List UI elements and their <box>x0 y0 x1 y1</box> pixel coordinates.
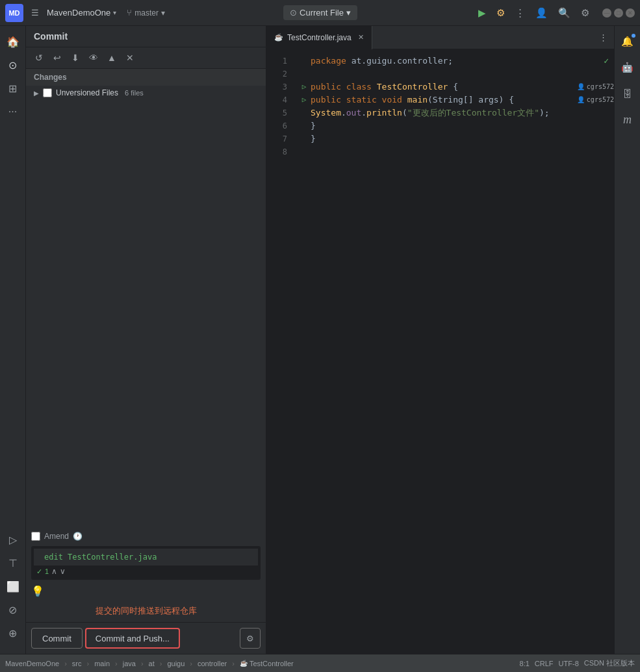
close-changes-button[interactable]: ✕ <box>122 50 138 66</box>
statusbar-main[interactable]: main <box>94 660 110 667</box>
sidebar-icon-home[interactable]: 🏠 <box>3 31 23 52</box>
branch-icon: ⑂ <box>127 8 132 18</box>
build-button[interactable]: ⚙ <box>494 5 507 21</box>
statusbar-charset[interactable]: UTF-8 <box>559 660 579 667</box>
sidebar-icon-problems[interactable]: ⊘ <box>3 599 23 620</box>
amend-checkbox[interactable] <box>31 532 40 541</box>
code-text-5: System.out.println("更改后的TestController文件… <box>311 106 614 119</box>
download-button[interactable]: ⬇ <box>68 50 83 66</box>
statusbar-at[interactable]: at <box>149 660 155 667</box>
code-line-4: ▷ public static void main(String[] args)… <box>292 93 614 106</box>
commit-buttons: Commit Commit and Push... ⚙ <box>26 622 266 654</box>
hamburger-menu[interactable]: ☰ <box>29 5 42 20</box>
right-sidebar: 🔔 🤖 🗄 m <box>614 26 640 654</box>
sidebar-icon-run[interactable]: ▷ <box>3 529 23 550</box>
line-num-5: 5 <box>283 106 287 119</box>
commit-toolbar: ↺ ↩ ⬇ 👁 ▲ ✕ <box>26 47 266 69</box>
commit-button[interactable]: Commit <box>31 628 83 649</box>
code-text-1: package at.guigu.controller; <box>311 55 614 68</box>
unversioned-files-item[interactable]: ▶ Unversioned Files 6 files <box>26 86 266 100</box>
statusbar-java[interactable]: java <box>123 660 136 667</box>
line-numbers: 1 2 3 4 5 6 7 8 <box>266 49 292 654</box>
commit-settings-button[interactable]: ⚙ <box>240 628 261 649</box>
line-num-1: 1 <box>283 55 287 68</box>
undo-button[interactable]: ↩ <box>49 50 65 66</box>
nav-down-btn[interactable]: ∨ <box>60 567 66 576</box>
statusbar-context[interactable]: CSDN 社区版本 <box>584 658 635 668</box>
database-icon[interactable]: 🗄 <box>617 83 638 104</box>
notifications-icon[interactable]: 🔔 <box>617 31 638 52</box>
amend-row: Amend 🕐 <box>26 529 266 543</box>
ai-assistant-icon[interactable]: 🤖 <box>617 57 638 78</box>
sidebar-icon-more[interactable]: ··· <box>3 101 23 122</box>
commit-message-input[interactable] <box>39 550 253 564</box>
more-button[interactable]: ⋮ <box>513 5 528 21</box>
code-line-1: package at.guigu.controller; ✓ <box>292 55 614 68</box>
run-config-selector[interactable]: ⊙ Current File ▾ <box>283 5 357 20</box>
code-text-7: } <box>311 132 614 145</box>
commit-and-push-button[interactable]: Commit and Push... <box>85 628 180 649</box>
left-icon-sidebar: 🏠 ⊙ ⊞ ··· ▷ ⊤ ⬜ ⊘ ⊕ <box>0 26 26 654</box>
statusbar-controller[interactable]: controller <box>198 660 227 667</box>
code-line-5: System.out.println("更改后的TestController文件… <box>292 106 614 119</box>
editor-tabs: ☕ TestController.java ✕ ⋮ <box>266 26 614 49</box>
commit-panel-spacer <box>26 100 266 529</box>
statusbar-crlf[interactable]: CRLF <box>535 660 554 667</box>
statusbar-src[interactable]: src <box>72 660 82 667</box>
settings-button[interactable]: ⚙ <box>578 5 592 21</box>
up-button[interactable]: ▲ <box>104 50 120 66</box>
profile-button[interactable]: 👤 <box>533 5 550 21</box>
gradle-m-icon: m <box>623 113 632 127</box>
nav-up-btn[interactable]: ∧ <box>51 567 57 576</box>
editor-area: ☕ TestController.java ✕ ⋮ 1 2 3 4 5 6 7 … <box>266 26 614 654</box>
amend-clock-icon: 🕐 <box>73 532 83 541</box>
code-text-6: } <box>311 119 614 132</box>
unversioned-files-checkbox[interactable] <box>43 88 52 97</box>
sidebar-icon-git[interactable]: ⬜ <box>3 576 23 597</box>
close-button[interactable]: ✕ <box>626 8 635 18</box>
code-line-6: } <box>292 119 614 132</box>
refresh-button[interactable]: ↺ <box>31 50 47 66</box>
commit-message-footer: ✓ 1 ∧ ∨ <box>34 566 258 577</box>
gutter-4[interactable]: ▷ <box>298 93 311 106</box>
run-button[interactable]: ▶ <box>476 5 489 21</box>
minimize-button[interactable]: — <box>602 8 611 18</box>
java-file-icon: ☕ <box>274 33 283 42</box>
code-line-7: } <box>292 132 614 145</box>
run-config-icon: ⊙ <box>290 8 297 18</box>
sidebar-icon-plugins[interactable]: ⊕ <box>3 623 23 643</box>
project-name[interactable]: MavenDemoOne ▾ <box>47 8 116 18</box>
sidebar-icon-structure[interactable]: ⊞ <box>3 78 23 99</box>
tab-close-button[interactable]: ✕ <box>358 33 364 42</box>
statusbar: MavenDemoOne › src › main › java › at › … <box>0 654 640 672</box>
gutter-3[interactable]: ▷ <box>298 81 311 93</box>
search-button[interactable]: 🔍 <box>556 5 573 21</box>
run-gutter-icon-3[interactable]: ▷ <box>302 81 307 93</box>
statusbar-file[interactable]: ☕ TestController <box>240 660 294 667</box>
eye-button[interactable]: 👁 <box>86 50 101 66</box>
commit-hint-text: 提交的同时推送到远程仓库 <box>26 600 266 622</box>
sidebar-icon-terminal[interactable]: ⊤ <box>3 553 23 573</box>
tab-menu-button[interactable]: ⋮ <box>593 32 614 42</box>
statusbar-position[interactable]: 8:1 <box>520 660 530 667</box>
line-num-6: 6 <box>283 119 287 132</box>
editor-tab-testcontroller[interactable]: ☕ TestController.java ✕ <box>266 26 372 49</box>
maximize-button[interactable]: □ <box>614 8 623 18</box>
run-config-dropdown-icon: ▾ <box>346 8 351 18</box>
gradle-icon[interactable]: m <box>617 109 638 130</box>
bulb-icon: 💡 <box>26 582 266 600</box>
editor-content: 1 2 3 4 5 6 7 8 package at.guigu.control… <box>266 49 614 654</box>
statusbar-project[interactable]: MavenDemoOne <box>5 660 59 667</box>
code-line-8 <box>292 145 614 158</box>
main-layout: 🏠 ⊙ ⊞ ··· ▷ ⊤ ⬜ ⊘ ⊕ Commit ↺ ↩ ⬇ 👁 ▲ ✕ C… <box>0 26 640 654</box>
line-num-7: 7 <box>283 132 287 145</box>
titlebar-center: ⊙ Current File ▾ <box>170 5 470 20</box>
commit-message-row <box>34 549 258 566</box>
line-num-4: 4 <box>283 93 287 106</box>
sidebar-icon-commit[interactable]: ⊙ <box>3 55 23 75</box>
code-lines: package at.guigu.controller; ✓ ▷ public … <box>292 49 614 654</box>
line-check-1: ✓ <box>604 55 609 68</box>
run-gutter-icon-4[interactable]: ▷ <box>302 93 307 106</box>
statusbar-guigu[interactable]: guigu <box>167 660 185 667</box>
branch-selector[interactable]: ⑂ master ▾ <box>127 8 165 18</box>
